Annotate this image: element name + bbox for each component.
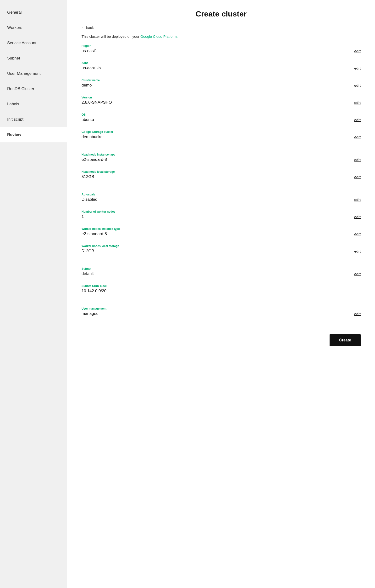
sidebar-item-workers[interactable]: Workers bbox=[0, 20, 67, 35]
divider-1 bbox=[82, 148, 361, 148]
sidebar-item-general[interactable]: General bbox=[0, 5, 67, 20]
field-version: Version 2.6.0-SNAPSHOT edit bbox=[82, 96, 361, 109]
field-head-node-instance-type: Head node instance type e2-standard-8 ed… bbox=[82, 153, 361, 166]
sidebar-item-user-management[interactable]: User Management bbox=[0, 66, 67, 81]
field-storage-bucket: Google Storage bucket demobucket edit bbox=[82, 130, 361, 143]
sidebar-item-init-script[interactable]: Init script bbox=[0, 112, 67, 127]
subnet-group: Subnet default edit Subnet CIDR block 10… bbox=[82, 267, 361, 297]
edit-os[interactable]: edit bbox=[354, 118, 361, 122]
sidebar-item-rondb-cluster[interactable]: RonDB Cluster bbox=[0, 81, 67, 96]
edit-subnet[interactable]: edit bbox=[354, 272, 361, 276]
edit-worker-count[interactable]: edit bbox=[354, 215, 361, 219]
page-title: Create cluster bbox=[82, 10, 361, 18]
field-region: Region us-east1 edit bbox=[82, 44, 361, 57]
sidebar-item-labels[interactable]: Labels bbox=[0, 96, 67, 112]
edit-cluster-name[interactable]: edit bbox=[354, 83, 361, 87]
user-mgmt-group: User management managed edit bbox=[82, 307, 361, 320]
sidebar-item-service-account[interactable]: Service Account bbox=[0, 35, 67, 51]
sidebar: General Workers Service Account Subnet U… bbox=[0, 0, 67, 588]
gcp-link[interactable]: Google Cloud Platform. bbox=[140, 34, 178, 39]
field-subnet: Subnet default edit bbox=[82, 267, 361, 280]
edit-head-node-instance-type[interactable]: edit bbox=[354, 158, 361, 162]
field-cluster-name: Cluster name demo edit bbox=[82, 79, 361, 92]
edit-head-node-storage[interactable]: edit bbox=[354, 175, 361, 179]
edit-user-management[interactable]: edit bbox=[354, 312, 361, 316]
edit-worker-storage[interactable]: edit bbox=[354, 249, 361, 253]
sidebar-item-subnet[interactable]: Subnet bbox=[0, 51, 67, 66]
workers-group: Autoscale Disabled edit Number of worker… bbox=[82, 193, 361, 257]
create-button[interactable]: Create bbox=[330, 334, 361, 346]
field-worker-instance-type: Worker nodes instance type e2-standard-8… bbox=[82, 227, 361, 240]
edit-worker-instance-type[interactable]: edit bbox=[354, 232, 361, 236]
divider-4 bbox=[82, 302, 361, 302]
field-worker-storage: Worker nodes local storage 512GB edit bbox=[82, 244, 361, 257]
edit-autoscale[interactable]: edit bbox=[354, 198, 361, 202]
edit-version[interactable]: edit bbox=[354, 101, 361, 105]
edit-storage-bucket[interactable]: edit bbox=[354, 135, 361, 139]
main-content: Create cluster ← back This cluster will … bbox=[67, 0, 375, 588]
field-subnet-cidr: Subnet CIDR block 10.142.0.0/20 bbox=[82, 284, 361, 297]
back-link[interactable]: ← back bbox=[82, 26, 361, 30]
basic-fields-group: Region us-east1 edit Zone us-east1-b edi… bbox=[82, 44, 361, 143]
field-worker-count: Number of worker nodes 1 edit bbox=[82, 210, 361, 223]
field-autoscale: Autoscale Disabled edit bbox=[82, 193, 361, 206]
head-node-group: Head node instance type e2-standard-8 ed… bbox=[82, 153, 361, 183]
divider-3 bbox=[82, 262, 361, 262]
create-button-row: Create bbox=[82, 329, 361, 346]
field-head-node-storage: Head node local storage 512GB edit bbox=[82, 170, 361, 183]
edit-region[interactable]: edit bbox=[354, 49, 361, 53]
field-zone: Zone us-east1-b edit bbox=[82, 61, 361, 74]
intro-text: This cluster will be deployed on your Go… bbox=[82, 34, 361, 39]
sidebar-item-review[interactable]: Review bbox=[0, 127, 67, 142]
field-os: OS ubuntu edit bbox=[82, 113, 361, 126]
divider-2 bbox=[82, 188, 361, 188]
field-user-management: User management managed edit bbox=[82, 307, 361, 320]
edit-zone[interactable]: edit bbox=[354, 66, 361, 70]
